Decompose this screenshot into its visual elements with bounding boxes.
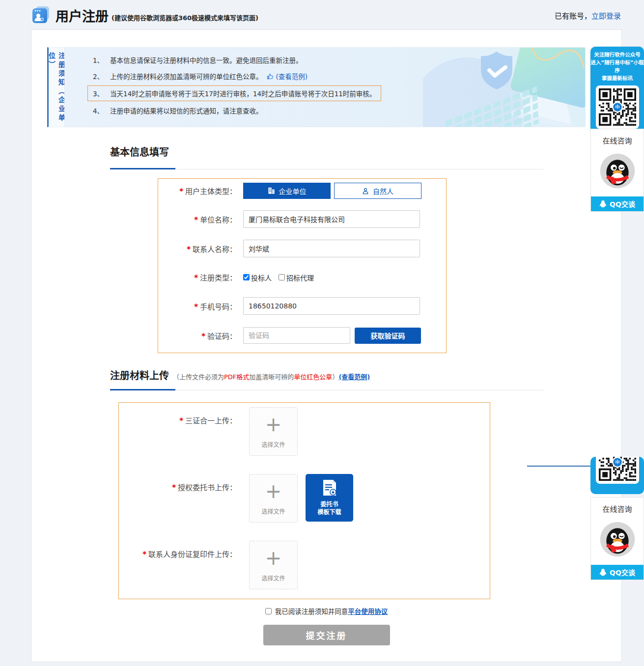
qr-caption-line2: 进入“随行易中标”小程序 [590, 58, 644, 74]
pointer-hand-icon [267, 73, 274, 80]
user-register-icon [31, 5, 51, 25]
required-mark: * [194, 303, 198, 311]
notice-item-text: 基本信息请保证与注册材料中的信息一致。避免退回后重新注册。 [110, 55, 303, 65]
section-divider [110, 389, 543, 390]
basic-info-title: 基本信息填写 [110, 144, 169, 159]
verify-code-row: *验证码： 获取验证码 [158, 327, 446, 344]
org-name-input[interactable] [243, 210, 420, 228]
view-sample-link[interactable]: (查看范例) [276, 71, 308, 81]
agent-checkbox[interactable] [279, 274, 285, 280]
template-download-button[interactable]: 委托书 模板下载 [306, 474, 353, 522]
bidder-label: 投标人 [251, 273, 272, 282]
notice-side-label: 注册须知（企业单位） [47, 52, 64, 127]
required-mark: * [201, 332, 205, 341]
plus-icon: + [265, 548, 282, 568]
online-consult-panel: 在线咨询 QQ交谈 [590, 497, 644, 580]
qr-code [596, 85, 639, 129]
notice-item-4: 4、 注册申请的结果将以短信的形式通知，请注意查收。 [93, 106, 585, 115]
notice-body: 1、 基本信息请保证与注册材料中的信息一致。避免退回后重新注册。 2、 上传的注… [64, 47, 586, 127]
authorization-upload-row: *授权委托书上传： + 选择文件 [119, 474, 353, 523]
natural-person-button[interactable]: 自然人 [334, 183, 421, 199]
section-divider [110, 168, 543, 169]
required-mark: * [194, 216, 198, 224]
online-consult-title: 在线咨询 [591, 503, 644, 514]
building-icon [268, 187, 275, 194]
contact-name-input[interactable] [243, 240, 420, 257]
qq-icon [599, 568, 607, 576]
authorization-choose-file[interactable]: + 选择文件 [249, 474, 298, 523]
have-account-text: 已有账号， [555, 12, 591, 21]
notice-item-text: 当天14时之前申请账号将于当天17时进行审核，14时之后申请账号将于次日11时前… [110, 88, 376, 98]
id-copy-upload-label: *联系人身份证复印件上传： [119, 549, 237, 589]
notice-item-number: 3、 [93, 88, 104, 98]
id-copy-choose-file[interactable]: + 选择文件 [249, 541, 298, 589]
required-mark: * [179, 187, 183, 196]
page-subtitle: (建议使用谷歌浏览器或360极速模式来填写该页面) [112, 13, 258, 22]
get-code-button[interactable]: 获取验证码 [355, 328, 421, 344]
reg-type-label: *注册类型： [158, 272, 237, 282]
required-mark: * [194, 274, 198, 282]
wechat-qr-card: 关注随行软件公众号 进入“随行易中标”小程序 掌握最新标讯 [590, 47, 644, 133]
divider-line [527, 466, 592, 467]
platform-agreement-link[interactable]: 平台使用协议 [348, 606, 388, 616]
online-consult-title: 在线咨询 [591, 135, 644, 145]
required-mark: * [172, 483, 176, 492]
license-upload-row: *三证合一上传： + 选择文件 [119, 407, 298, 456]
license-choose-file[interactable]: + 选择文件 [249, 407, 298, 456]
phone-label: *手机号码： [158, 301, 237, 311]
phone-row: *手机号码： [158, 297, 446, 315]
plus-icon: + [265, 415, 282, 434]
reg-type-row: *注册类型： 投标人 招标代理 [158, 272, 446, 282]
basic-info-section-header: 基本信息填写 [110, 144, 169, 159]
contact-name-label: *联系人名称： [158, 244, 237, 254]
qq-icon [599, 200, 607, 208]
authorization-upload-label: *授权委托书上传： [119, 482, 237, 523]
red-seal-text: 单位红色公章 [294, 373, 332, 381]
agreement-checkbox[interactable] [265, 608, 272, 614]
document-download-icon [321, 479, 338, 497]
org-name-label: *单位名称： [158, 214, 237, 224]
page-header: 用户注册 (建议使用谷歌浏览器或360极速模式来填写该页面) [31, 5, 258, 25]
agreement-text: 我已阅读注册须知并同意 [275, 606, 348, 616]
notice-item-text: 注册申请的结果将以短信的形式通知，请注意查收。 [110, 106, 263, 115]
verify-code-label: *验证码： [158, 331, 237, 341]
qr-caption-line3: 掌握最新标讯 [590, 74, 644, 82]
upload-note: （上传文件必须为PDF格式加盖清晰可辨的单位红色公章）(查看范例) [173, 372, 370, 381]
upload-title: 注册材料上传 [110, 368, 169, 382]
license-upload-label: *三证合一上传： [119, 415, 237, 456]
submit-register-button[interactable]: 提交注册 [263, 625, 390, 645]
contact-name-row: *联系人名称： [158, 240, 446, 257]
plus-icon: + [265, 481, 282, 501]
registration-notice: 注册须知（企业单位） [47, 47, 586, 127]
pdf-format-text: PDF格式 [224, 373, 249, 381]
qq-chat-button[interactable]: QQ交谈 [591, 565, 644, 580]
verify-code-input[interactable] [243, 327, 350, 344]
upload-view-sample-link[interactable]: (查看范例) [338, 373, 370, 381]
wechat-qr-card-partial [590, 457, 644, 494]
notice-item-3-highlighted: 3、 当天14时之前申请账号将于当天17时进行审核，14时之后申请账号将于次日1… [87, 85, 381, 101]
enterprise-unit-button[interactable]: 企业单位 [243, 183, 331, 199]
agent-label: 招标代理 [286, 273, 314, 282]
upload-section-header: 注册材料上传 （上传文件必须为PDF格式加盖清晰可辨的单位红色公章）(查看范例) [110, 368, 370, 382]
notice-item-number: 1、 [93, 55, 104, 65]
qr-code [596, 457, 639, 484]
required-mark: * [187, 245, 191, 254]
required-mark: * [142, 550, 146, 559]
online-consult-panel: 在线咨询 QQ交谈 [590, 129, 644, 212]
login-area: 已有账号，立即登录 [555, 10, 621, 21]
registration-page: 用户注册 (建议使用谷歌浏览器或360极速模式来填写该页面) 已有账号，立即登录… [0, 0, 644, 666]
qq-chat-button[interactable]: QQ交谈 [591, 196, 644, 211]
phone-input[interactable] [243, 297, 420, 315]
subject-type-label: *用户主体类型： [158, 186, 237, 196]
id-copy-upload-row: *联系人身份证复印件上传： + 选择文件 [119, 541, 298, 589]
org-name-row: *单位名称： [158, 210, 446, 228]
qr-caption-line1: 关注随行软件公众号 [590, 51, 644, 58]
agreement-row: 我已阅读注册须知并同意平台使用协议 [31, 606, 621, 616]
notice-item-2: 2、 上传的注册材料必须加盖清晰可辨的单位红色公章。 (查看范例) [93, 71, 585, 81]
bidder-checkbox[interactable] [243, 274, 250, 280]
page-title: 用户注册 [56, 8, 109, 25]
upload-form: *三证合一上传： + 选择文件 *授权委托书上传： + 选择文件 [118, 402, 490, 599]
login-link[interactable]: 立即登录 [591, 12, 621, 21]
notice-item-number: 2、 [93, 71, 104, 81]
main-panel: 注册须知（企业单位） [31, 29, 622, 662]
